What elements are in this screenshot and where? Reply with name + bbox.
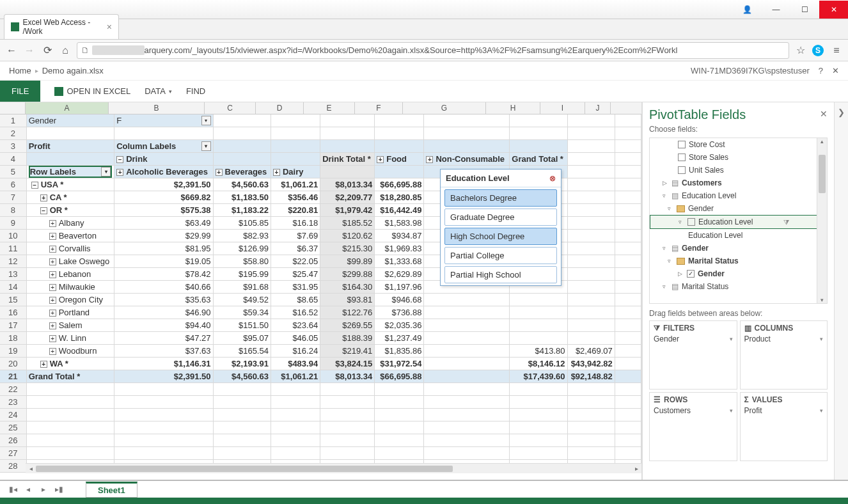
slicer-item[interactable]: Partial College: [444, 247, 557, 264]
data-cell[interactable]: [567, 255, 615, 268]
expand-icon[interactable]: +: [49, 258, 56, 265]
data-cell[interactable]: $66,695.88: [375, 178, 424, 191]
row-label[interactable]: +Corvallis: [26, 242, 114, 255]
data-cell[interactable]: $63.49: [114, 217, 213, 230]
data-cell[interactable]: [567, 230, 615, 242]
fieldlist-scrollbar[interactable]: ▴▾: [817, 138, 827, 303]
data-cell[interactable]: $669.82: [114, 191, 213, 204]
row-label[interactable]: +Beaverton: [26, 230, 114, 242]
data-cell[interactable]: $2,193.91: [213, 358, 271, 370]
collapse-icon[interactable]: −: [116, 156, 123, 163]
slicer-item[interactable]: Bachelors Degree: [444, 189, 557, 207]
expand-icon[interactable]: +: [49, 246, 56, 253]
data-cell[interactable]: $23.64: [271, 319, 320, 332]
row-header[interactable]: 3: [0, 140, 26, 153]
data-cell[interactable]: [510, 332, 567, 345]
breadcrumb-doc[interactable]: Demo again.xlsx: [42, 66, 104, 75]
data-cell[interactable]: $35.63: [114, 294, 213, 306]
dropdown-icon[interactable]: ▾: [730, 336, 733, 342]
collapse-icon[interactable]: ▿: [668, 205, 673, 212]
row-header[interactable]: 1: [0, 114, 26, 127]
data-cell[interactable]: $94.40: [114, 319, 213, 332]
data-cell[interactable]: $195.99: [213, 268, 271, 281]
data-cell[interactable]: $16.24: [271, 345, 320, 358]
data-cell[interactable]: $122.76: [320, 306, 375, 319]
help-button[interactable]: ?: [819, 66, 823, 75]
field-gender-folder[interactable]: ▿Gender: [650, 202, 827, 215]
data-cell[interactable]: $19.05: [114, 255, 213, 268]
data-cell[interactable]: [424, 345, 510, 358]
data-cell[interactable]: $1,969.83: [375, 242, 424, 255]
data-cell[interactable]: $483.94: [271, 358, 320, 370]
data-cell[interactable]: $22.05: [271, 255, 320, 268]
data-tab[interactable]: DATA ▾: [145, 86, 172, 96]
maximize-button[interactable]: ☐: [790, 1, 819, 19]
data-cell[interactable]: [424, 306, 510, 319]
row-label[interactable]: +W. Linn: [26, 332, 114, 345]
area-filters[interactable]: ⧩FILTERS Gender▾: [649, 320, 737, 390]
col-header-F[interactable]: F: [355, 102, 403, 114]
scroll-left-icon[interactable]: ◂: [26, 465, 36, 472]
data-cell[interactable]: $946.68: [375, 294, 424, 306]
data-cell[interactable]: $1,061.21: [271, 178, 320, 191]
data-cell[interactable]: $95.07: [213, 332, 271, 345]
minimize-button[interactable]: —: [762, 1, 790, 19]
data-cell[interactable]: $105.85: [213, 217, 271, 230]
row-header[interactable]: 15: [0, 294, 26, 306]
row-label[interactable]: +Lake Oswego: [26, 255, 114, 268]
data-cell[interactable]: [424, 294, 510, 306]
data-cell[interactable]: [567, 332, 615, 345]
row-header[interactable]: 19: [0, 345, 26, 358]
field-store-cost[interactable]: Store Cost: [650, 138, 827, 151]
data-cell[interactable]: $2,035.36: [375, 319, 424, 332]
data-cell[interactable]: $269.55: [320, 319, 375, 332]
data-cell[interactable]: $1,197.96: [375, 281, 424, 294]
data-cell[interactable]: $219.41: [320, 345, 375, 358]
sheet-nav-first[interactable]: ▮◂: [5, 485, 20, 494]
data-cell[interactable]: $46.05: [271, 332, 320, 345]
col-header-J[interactable]: J: [585, 102, 611, 114]
horizontal-scrollbar[interactable]: ◂ ▸: [26, 463, 641, 473]
row-header[interactable]: 8: [0, 204, 26, 217]
column-item-product[interactable]: Product▾: [744, 334, 824, 344]
scroll-thumb[interactable]: [36, 466, 453, 472]
data-cell[interactable]: $2,209.77: [320, 191, 375, 204]
data-cell[interactable]: [567, 204, 615, 217]
row-label[interactable]: +Lebanon: [26, 268, 114, 281]
filter-item-gender[interactable]: Gender▾: [654, 334, 733, 344]
data-cell[interactable]: $2,469.07: [567, 345, 615, 358]
row-header[interactable]: 23: [0, 396, 26, 409]
row-header[interactable]: 17: [0, 319, 26, 332]
select-all-corner[interactable]: [0, 102, 26, 114]
data-cell[interactable]: [567, 268, 615, 281]
row-header[interactable]: 25: [0, 421, 26, 434]
sheet-nav-last[interactable]: ▸▮: [51, 485, 67, 494]
collapse-icon[interactable]: −: [40, 207, 47, 214]
checkbox-icon[interactable]: [678, 141, 686, 148]
close-panel-button[interactable]: ✕: [832, 66, 839, 75]
close-pivot-panel-button[interactable]: ✕: [820, 109, 828, 119]
slicer-item[interactable]: High School Degree: [444, 228, 557, 245]
field-unit-sales[interactable]: Unit Sales: [650, 164, 827, 177]
row-label[interactable]: +Portland: [26, 306, 114, 319]
data-cell[interactable]: $220.81: [271, 204, 320, 217]
row-header[interactable]: 27: [0, 447, 26, 460]
data-cell[interactable]: $8,013.34: [320, 178, 375, 191]
data-cell[interactable]: [567, 306, 615, 319]
user-label[interactable]: WIN-71MD369I7KG\spstestuser: [691, 66, 810, 75]
data-cell[interactable]: $91.68: [213, 281, 271, 294]
col-header-G[interactable]: G: [403, 102, 486, 114]
slicer-clear-filter-icon[interactable]: ⊗: [549, 174, 556, 183]
file-tab[interactable]: FILE: [0, 81, 40, 102]
row-header[interactable]: 28: [0, 460, 26, 473]
dropdown-icon[interactable]: ▾: [820, 407, 823, 414]
data-cell[interactable]: $126.99: [213, 242, 271, 255]
field-education-dim[interactable]: ▿▤Education Level: [650, 189, 827, 202]
row-header[interactable]: 12: [0, 255, 26, 268]
open-in-excel-button[interactable]: OPEN IN EXCEL: [54, 86, 130, 96]
collapse-icon[interactable]: ▿: [663, 283, 668, 290]
data-cell[interactable]: $736.88: [375, 306, 424, 319]
expand-icon[interactable]: +: [49, 233, 56, 240]
data-cell[interactable]: $18,280.85: [375, 191, 424, 204]
scroll-track[interactable]: [36, 465, 631, 473]
